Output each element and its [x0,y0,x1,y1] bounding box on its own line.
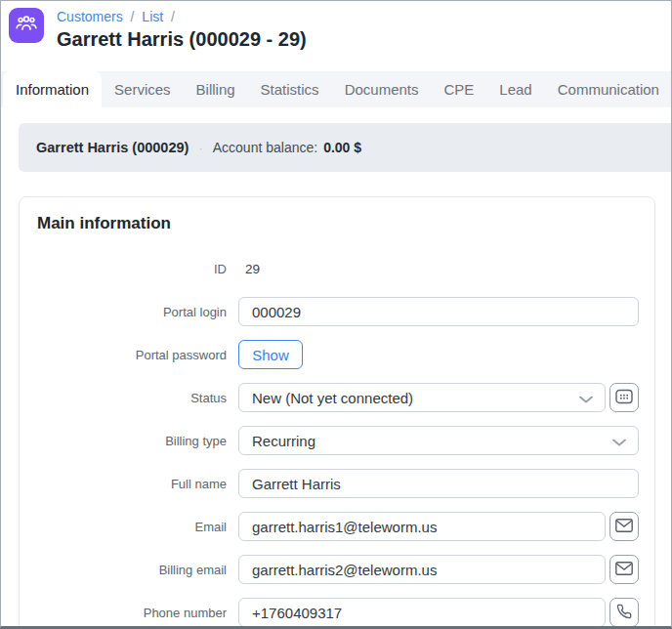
tab-statistics[interactable]: Statistics [248,71,332,107]
customer-summary-bar: Garrett Harris (000029) · Account balanc… [19,123,671,172]
customers-group-icon [15,12,38,39]
field-row-phone-number: Phone number [37,598,637,627]
phone-icon [616,604,632,622]
show-password-button[interactable]: Show [238,340,303,369]
id-value: 29 [245,262,260,276]
field-row-portal-password: Portal password Show [37,340,637,369]
field-row-portal-login: Portal login [37,297,637,326]
billing-type-selected-value: Recurring [252,433,315,449]
field-row-status: Status New (Not yet connected) [37,383,637,412]
mail-icon [615,519,633,535]
breadcrumb: Customers / List / [57,9,307,25]
header: Customers / List / Garrett Harris (00002… [57,9,307,51]
billing-type-label: Billing type [37,434,227,448]
account-balance-label: Account balance: [213,140,317,155]
tab-lead[interactable]: Lead [486,71,544,107]
status-dialog-button[interactable] [609,383,639,412]
field-row-id: ID 29 [37,254,637,283]
chevron-down-icon [579,390,593,406]
call-phone-button[interactable] [609,598,639,627]
phone-number-input[interactable] [238,598,606,627]
main-information-form: ID 29 Portal login Portal password Show [20,254,654,627]
full-name-input[interactable] [238,469,639,498]
email-label: Email [37,520,227,534]
portal-password-label: Portal password [37,348,227,362]
customers-avatar [9,8,44,43]
status-selected-value: New (Not yet connected) [252,390,413,406]
tab-bar: Information Services Billing Statistics … [1,71,671,107]
status-dialog-icon [615,389,633,407]
send-billing-email-button[interactable] [609,555,639,584]
billing-type-select[interactable]: Recurring [238,426,639,455]
mail-icon [615,562,633,578]
breadcrumb-separator: / [171,9,175,24]
page-title: Garrett Harris (000029 - 29) [57,27,307,51]
field-row-email: Email [37,512,637,541]
tab-information[interactable]: Information [3,71,102,107]
field-row-billing-email: Billing email [37,555,637,584]
account-balance-value: 0.00 $ [323,140,361,155]
app-window: Customers / List / Garrett Harris (00002… [0,0,672,629]
breadcrumb-list-link[interactable]: List [142,9,163,24]
field-row-full-name: Full name [37,469,637,498]
portal-login-label: Portal login [37,305,227,319]
main-information-card: Main information ID 29 Portal login Port… [19,196,655,629]
phone-number-label: Phone number [37,606,227,620]
tab-documents[interactable]: Documents [332,71,432,107]
chevron-down-icon [612,433,626,449]
breadcrumb-separator: / [131,9,135,24]
tab-cpe[interactable]: CPE [432,71,487,107]
billing-email-input[interactable] [238,555,606,584]
content-area: Garrett Harris (000029) · Account balanc… [1,107,671,626]
tab-services[interactable]: Services [102,71,184,107]
send-email-button[interactable] [609,512,639,541]
tab-communication[interactable]: Communication [545,71,672,107]
breadcrumb-customers-link[interactable]: Customers [57,9,123,24]
email-input[interactable] [238,512,606,541]
portal-login-input[interactable] [238,297,639,326]
tab-billing[interactable]: Billing [184,71,248,107]
full-name-label: Full name [37,477,227,491]
field-row-billing-type: Billing type Recurring [37,426,637,455]
summary-separator: · [198,141,202,155]
status-label: Status [37,391,227,405]
status-select[interactable]: New (Not yet connected) [238,383,606,412]
card-title: Main information [37,214,637,233]
billing-email-label: Billing email [37,563,227,577]
summary-customer-name: Garrett Harris (000029) [36,140,189,155]
id-label: ID [37,262,227,276]
